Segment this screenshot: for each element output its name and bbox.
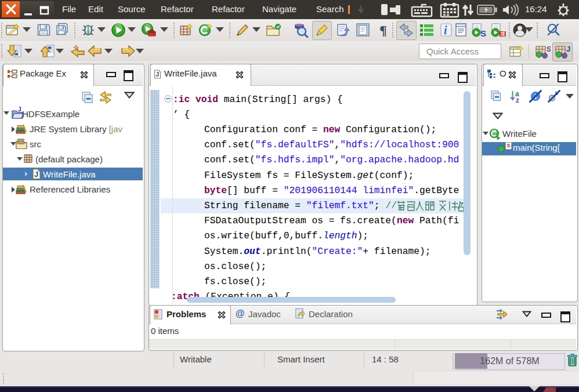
svg-text:S: S [480, 28, 486, 38]
svg-text:J: J [18, 107, 21, 112]
svg-text:EE: EE [499, 30, 506, 38]
svg-text:J: J [34, 170, 38, 179]
svg-text:J: J [155, 71, 159, 78]
svg-text:J: J [566, 45, 570, 53]
svg-text:¶: ¶ [379, 23, 387, 38]
svg-text:i: i [444, 24, 447, 37]
svg-text:z: z [516, 96, 519, 103]
svg-text:S: S [547, 45, 551, 53]
